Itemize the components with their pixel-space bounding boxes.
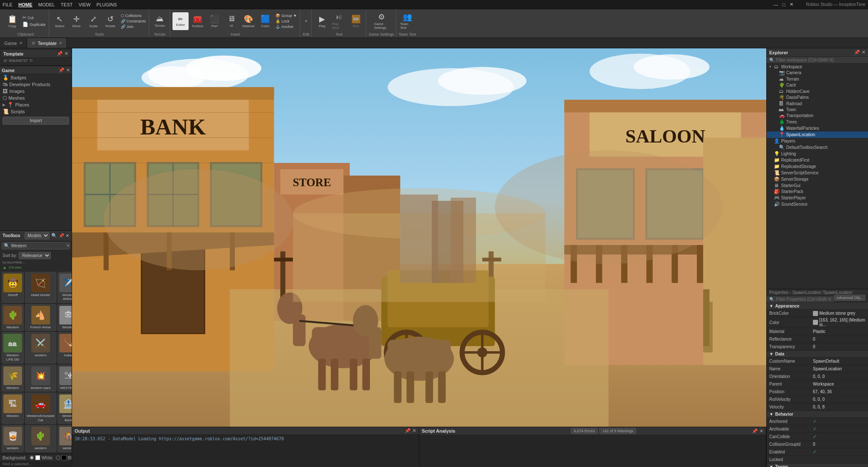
prop-value[interactable]: 0, 0, 0 (811, 374, 868, 379)
model-item[interactable]: 🪶 Indian (58, 332, 72, 363)
collisions-button[interactable]: ⬡Collisions (120, 13, 147, 18)
part-button[interactable]: ⬛ Part (206, 12, 223, 30)
errors-button[interactable]: 6,074 Errors (571, 428, 598, 434)
output-close[interactable]: ✕ (412, 428, 416, 433)
tree-badges[interactable]: 🏅 Badges (0, 74, 72, 81)
prop-value[interactable]: 0, 0, 8 (811, 405, 868, 409)
explorer-item-transportation[interactable]: 🚗 Transportation (767, 112, 868, 119)
prop-value[interactable]: Workspace (811, 382, 868, 386)
warnings-button[interactable]: 141 of 9 Warnings (599, 428, 636, 434)
copy-button[interactable]: 📋 Copy (4, 12, 20, 30)
prop-value[interactable]: ✓ (811, 434, 868, 439)
toolbox-pin[interactable]: 📌 (59, 233, 64, 238)
terrain-button[interactable]: ⛰ Terrain (152, 12, 168, 30)
model-item[interactable]: 💥 western wars (25, 365, 56, 392)
explorer-close[interactable]: ✕ (862, 50, 865, 55)
explorer-item-starterpack[interactable]: 🎒 StarterPack (767, 188, 868, 195)
toolbox-search-input[interactable] (11, 243, 65, 248)
toolbox-search-icon[interactable]: 🔍 (51, 233, 57, 238)
prop-value[interactable]: 0, 0, 0 (811, 397, 868, 402)
menu-model[interactable]: MODEL (38, 2, 55, 7)
menu-file[interactable]: FILE (3, 2, 12, 7)
refresh-icon[interactable]: ↻ (30, 59, 33, 63)
team-test-button[interactable]: 👥 Team Test (399, 12, 415, 30)
explorer-item-soundservice[interactable]: 🔊 SoundService (767, 201, 868, 207)
script-close[interactable]: ✕ (760, 428, 763, 434)
explorer-pin[interactable]: 📌 (854, 50, 860, 55)
model-item[interactable]: 🥃 western (2, 425, 24, 452)
group-button[interactable]: 📦Group ▼ (274, 13, 298, 18)
props-search-input[interactable] (776, 297, 832, 302)
tree-meshes[interactable]: ⬡ Meshes (0, 95, 72, 101)
explorer-item-serverscriptservice[interactable]: 📜 ServerScriptService (767, 170, 868, 176)
model-item[interactable]: ✈️ Western Airlines (58, 272, 72, 303)
window-minimize[interactable]: — (773, 2, 778, 7)
model-item[interactable]: ⚔️ western (25, 332, 56, 363)
toolbox-button[interactable]: 🧰 Toolbox (189, 12, 206, 30)
explorer-item-terrain[interactable]: ⛰ Terrain (767, 76, 868, 82)
color-button[interactable]: 🟦 Color (257, 12, 273, 30)
explorer-item-spawnlocation[interactable]: 📍 SpawnLocation (767, 131, 868, 138)
model-item[interactable]: 🏇 western (58, 425, 72, 452)
model-item[interactable]: 🏘 Western LIFE DD (2, 332, 24, 363)
sort-select[interactable]: Relevance Rating Newest (19, 252, 51, 259)
prop-value[interactable]: ✓ (811, 426, 868, 432)
prop-value[interactable]: 0 (811, 442, 868, 447)
tree-images[interactable]: 🖼 Images (0, 88, 72, 95)
viewport[interactable]: BANK SALOON (72, 48, 766, 467)
run-button[interactable]: ⏩ Run (348, 12, 364, 30)
prop-value[interactable]: [163, 162, 165] (Medium st... (811, 318, 868, 327)
bg-white-radio[interactable] (30, 456, 34, 460)
import-button[interactable]: Import (3, 117, 69, 125)
behavior-section[interactable]: ▼ Behavior (767, 411, 868, 418)
explorer-item-starterplayer[interactable]: 🎮 StarterPlayer (767, 195, 868, 201)
model-item[interactable]: 🏹 Head Hunter (25, 272, 56, 303)
rotate-button[interactable]: ↺ Rotate (103, 12, 119, 30)
prop-value[interactable]: 0 (811, 337, 868, 341)
bg-black-radio[interactable] (56, 456, 60, 460)
prop-value[interactable]: SpawnLocation (811, 366, 868, 371)
menu-plugins[interactable]: PLUGINS (97, 2, 117, 7)
game-settings-button[interactable]: ⚙ Game Settings (373, 12, 389, 30)
explorer-item-workspace[interactable]: ▼ 🗂 Workspace (767, 64, 868, 70)
script-pin[interactable]: 📌 (752, 428, 758, 434)
explorer-item-players[interactable]: 👤 Players (767, 138, 868, 144)
menu-home[interactable]: HOME (18, 2, 32, 7)
appearance-section[interactable]: ▼ Appearance (767, 303, 868, 310)
tree-scripts[interactable]: 📜 Scripts (0, 108, 72, 115)
material-button[interactable]: 🎨 Material (240, 12, 256, 30)
model-item[interactable]: 🏦 Western Bank (58, 393, 72, 424)
explorer-item-hiddencave[interactable]: 🗂 HiddenCave (767, 88, 868, 94)
prop-value[interactable]: 0 (811, 344, 868, 349)
explorer-item-trees[interactable]: 🌲 Trees (767, 119, 868, 125)
constraints-button[interactable]: 🔗Constraints (120, 19, 147, 24)
tree-developer-products[interactable]: 🛍 Developer Products (0, 81, 72, 88)
search-clear-icon[interactable]: ✕ (66, 243, 70, 249)
bg-white-option[interactable]: White (30, 455, 53, 460)
explorer-item-lighting[interactable]: 💡 Lighting (767, 151, 868, 157)
game-pin[interactable]: 📌 (58, 67, 64, 73)
model-item[interactable]: 🐴 French Horse (25, 304, 56, 331)
select-button[interactable]: ↖ Select (52, 12, 68, 30)
scale-button[interactable]: ⤢ Scale (86, 12, 102, 30)
prop-value[interactable]: Plastic (811, 329, 868, 334)
bg-black-option[interactable]: Black (56, 455, 72, 460)
explorer-item-serverstorage[interactable]: 📦 ServerStorage (767, 176, 868, 182)
template-close[interactable]: ✕ (64, 51, 68, 56)
output-pin[interactable]: 📌 (405, 428, 411, 433)
model-item[interactable]: 🌵 Western (2, 304, 24, 331)
model-item[interactable]: 🏗 Western (2, 393, 24, 424)
editor-button[interactable]: ✏ Editor (172, 12, 189, 30)
ui-button[interactable]: 🖥 UI (223, 12, 239, 30)
model-item[interactable]: 🌾 Western (2, 365, 24, 392)
window-maximize[interactable]: □ (782, 2, 785, 7)
model-item[interactable]: 🏜 WESTERN (58, 365, 72, 392)
advanced-obj-button[interactable]: Advanced Obj... (834, 295, 865, 301)
prop-value[interactable]: 67, 40, 36 (811, 389, 868, 394)
explorer-item-defaulttoolboxsearch[interactable]: 🔍 DefaultToolboxSearch (767, 144, 868, 151)
toolbox-close[interactable]: ✕ (66, 233, 69, 238)
tab-template-close[interactable]: ✕ (59, 41, 62, 45)
prop-value[interactable]: SpawnDefault (811, 359, 868, 364)
template-pin[interactable]: 📌 (57, 51, 63, 56)
model-item[interactable]: 🏚 Western (58, 304, 72, 331)
